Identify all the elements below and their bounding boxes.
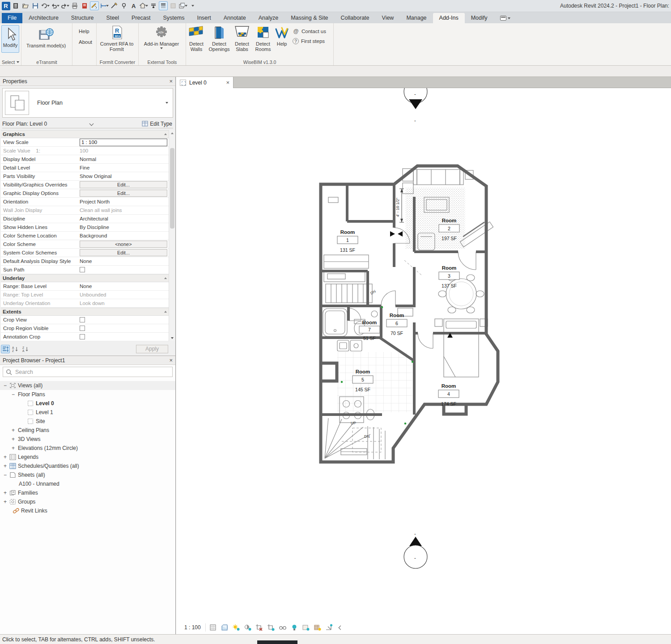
room-tag-5[interactable]: Room 5 145 SF	[352, 369, 373, 392]
tree-item-families[interactable]: +Families	[0, 488, 175, 497]
tab-annotate[interactable]: Annotate	[217, 13, 252, 23]
detect-walls-button[interactable]: Detect Walls	[186, 24, 207, 53]
thin-lines-icon[interactable]	[159, 1, 168, 10]
room-tag-6[interactable]: Room 6 70 SF	[386, 313, 407, 336]
search-input[interactable]	[15, 369, 158, 375]
default-3d-view-icon[interactable]	[139, 1, 148, 10]
crop-view-icon[interactable]	[255, 623, 264, 632]
qat-customize-icon[interactable]	[188, 1, 197, 10]
switch-windows-icon[interactable]	[178, 1, 187, 10]
panel-label-select[interactable]: Select	[0, 59, 21, 65]
apply-button[interactable]: Apply	[136, 345, 168, 353]
sort-ascending-button[interactable]: AZ	[11, 345, 20, 353]
tree-item-groups[interactable]: +Groups	[0, 497, 175, 506]
ribbon-display-toggle[interactable]	[500, 16, 510, 21]
sun-path-checkbox[interactable]	[80, 267, 85, 272]
tab-steel[interactable]: Steel	[100, 13, 126, 23]
tab-architecture[interactable]: Architecture	[22, 13, 65, 23]
tree-item-views[interactable]: −Views (all)	[0, 381, 175, 390]
temporary-hide-isolate-icon[interactable]	[290, 623, 299, 632]
collapse-toggle-icon[interactable]: −	[3, 382, 8, 389]
collapse-toggle-icon[interactable]: −	[11, 391, 16, 398]
redo-icon[interactable]	[60, 1, 69, 10]
tab-precast[interactable]: Precast	[125, 13, 157, 23]
property-row-display-model[interactable]: Display ModelNormal	[1, 155, 169, 164]
wisebim-help-button[interactable]: Help	[274, 24, 290, 47]
close-icon[interactable]: ×	[169, 357, 173, 364]
sort-default-button[interactable]	[1, 345, 10, 353]
property-row-analysis-style[interactable]: Default Analysis Display StyleNone	[1, 257, 169, 266]
property-row-underlay-orientation[interactable]: Underlay OrientationLook down	[1, 299, 169, 308]
tab-analyze[interactable]: Analyze	[252, 13, 285, 23]
property-row-parts-visibility[interactable]: Parts VisibilityShow Original	[1, 172, 169, 181]
open-icon[interactable]	[21, 1, 30, 10]
tree-item-legends[interactable]: +Legends	[0, 453, 175, 462]
detail-line-icon[interactable]	[110, 1, 119, 10]
property-row-vg-overrides[interactable]: Visibility/Graphics OverridesEdit...	[1, 181, 169, 189]
sort-descending-button[interactable]: ZA	[21, 345, 30, 353]
section-extents[interactable]: Extents	[1, 308, 169, 316]
transmit-models-button[interactable]: Transmit model(s)	[21, 26, 71, 49]
property-row-crop-view[interactable]: Crop View	[1, 316, 169, 324]
tab-file[interactable]: File	[2, 13, 22, 23]
tree-item-floor-plans[interactable]: −Floor Plans	[0, 390, 175, 399]
visual-style-icon[interactable]	[220, 623, 229, 632]
room-tag-3[interactable]: Room 3 137 SF	[439, 265, 459, 288]
section-graphics[interactable]: Graphics	[1, 130, 169, 138]
type-selector[interactable]: Floor Plan	[2, 88, 173, 118]
crop-region-checkbox[interactable]	[80, 326, 85, 331]
annotation-crop-checkbox[interactable]	[80, 334, 85, 339]
scroll-down-icon[interactable]	[169, 335, 175, 341]
detail-level-icon[interactable]	[208, 623, 217, 632]
panel-label-wisebim[interactable]: WiseBIM v1.3.0	[186, 59, 333, 65]
search-box[interactable]	[3, 367, 173, 377]
tree-item-site[interactable]: Site	[0, 417, 175, 426]
tree-item-revit-links[interactable]: Revit Links	[0, 506, 175, 515]
type-dropdown-icon[interactable]	[166, 102, 168, 104]
about-button[interactable]: About	[77, 38, 96, 46]
tab-add-ins[interactable]: Add-Ins	[433, 13, 465, 23]
help-button[interactable]: Help	[77, 28, 96, 35]
detect-slabs-button[interactable]: Detect Slabs	[232, 24, 252, 53]
expand-toggle-icon[interactable]: +	[3, 463, 8, 469]
property-row-sun-path[interactable]: Sun Path	[1, 266, 169, 274]
tree-item-level1[interactable]: Level 1	[0, 408, 175, 417]
expand-toggle-icon[interactable]: +	[3, 454, 8, 460]
collapse-toggle-icon[interactable]: −	[3, 472, 8, 478]
property-row-discipline[interactable]: DisciplineArchitectural	[1, 215, 169, 223]
project-browser-header[interactable]: Project Browser - Project1 ×	[0, 356, 175, 365]
collapse-icon[interactable]	[164, 311, 167, 313]
tree-item-sheets[interactable]: −Sheets (all)	[0, 470, 175, 479]
property-row-orientation[interactable]: OrientationProject North	[1, 198, 169, 206]
expand-toggle-icon[interactable]: +	[11, 427, 16, 433]
dropdown-caret-icon[interactable]	[67, 5, 69, 7]
tree-item-schedules[interactable]: +Schedules/Quantities (all)	[0, 462, 175, 470]
property-row-color-scheme-location[interactable]: Color Scheme LocationBackground	[1, 232, 169, 240]
tab-structure[interactable]: Structure	[65, 13, 100, 23]
collapse-arrow-icon[interactable]	[336, 623, 345, 632]
expand-toggle-icon[interactable]: +	[3, 490, 8, 496]
edit-button[interactable]: Edit...	[80, 190, 167, 197]
panel-label-external-tools[interactable]: External Tools	[139, 59, 186, 65]
dropdown-caret-icon[interactable]	[57, 5, 59, 7]
property-row-graphic-display[interactable]: Graphic Display OptionsEdit...	[1, 189, 169, 198]
tree-item-ceiling-plans[interactable]: +Ceiling Plans	[0, 426, 175, 435]
tag-icon[interactable]	[119, 1, 128, 10]
property-row-hidden-lines[interactable]: Show Hidden LinesBy Discipline	[1, 223, 169, 232]
revit-logo-icon[interactable]: R	[1, 1, 10, 10]
collapse-icon[interactable]	[164, 277, 167, 279]
expand-toggle-icon[interactable]: +	[3, 499, 8, 505]
measure-icon[interactable]	[90, 1, 99, 10]
drawing-area[interactable]: Level 0 × - - - -	[176, 77, 671, 634]
edit-button[interactable]: Edit...	[80, 181, 167, 188]
aligned-dimension-icon[interactable]	[100, 1, 109, 10]
panel-label-formit[interactable]: FormIt Converter	[97, 59, 138, 65]
save-icon[interactable]	[31, 1, 40, 10]
contact-us-button[interactable]: @Contact us	[293, 28, 326, 34]
property-row-view-scale[interactable]: View Scale	[1, 138, 169, 147]
tab-manage[interactable]: Manage	[400, 13, 433, 23]
property-row-crop-region-visible[interactable]: Crop Region Visible	[1, 324, 169, 333]
room-tag-1[interactable]: Room 1 131 SF	[337, 229, 358, 253]
scroll-up-icon[interactable]	[169, 130, 175, 136]
tab-massing-site[interactable]: Massing & Site	[285, 13, 334, 23]
